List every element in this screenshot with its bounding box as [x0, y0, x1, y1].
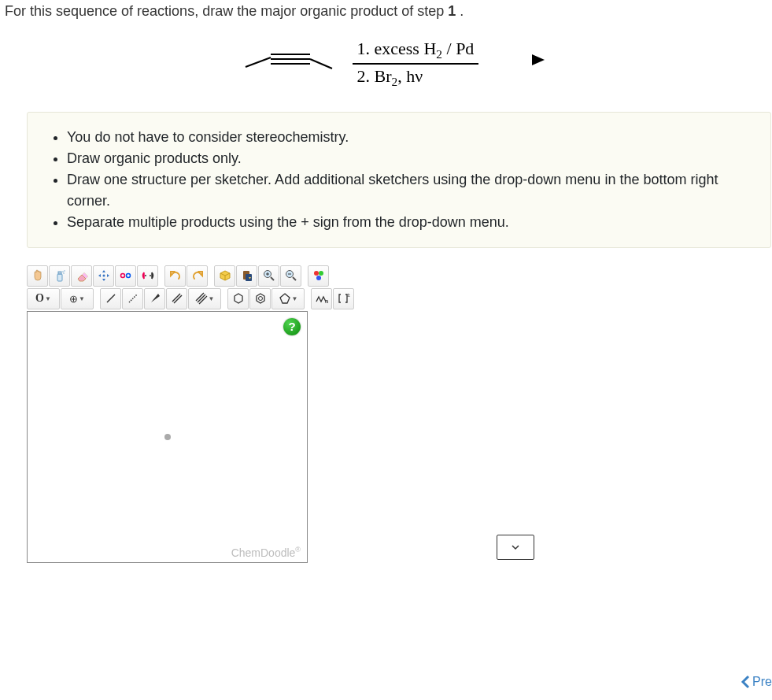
svg-marker-37	[151, 294, 160, 302]
single-bond-icon	[105, 292, 117, 305]
add-sketcher-dropdown[interactable]	[497, 535, 534, 560]
arrowhead-icon	[532, 54, 545, 65]
svg-point-15	[126, 274, 130, 278]
instructions-box: You do not have to consider stereochemis…	[27, 112, 771, 248]
zoom-out-button[interactable]	[280, 265, 301, 287]
pentagon-icon	[279, 292, 291, 305]
paste-button[interactable]	[236, 265, 257, 287]
hand-tool-button[interactable]	[27, 265, 48, 287]
help-icon: ?	[288, 320, 295, 333]
previous-link-label: Pre	[752, 675, 772, 689]
undo-button[interactable]	[164, 265, 186, 287]
instruction-item: You do not have to consider stereochemis…	[67, 127, 756, 148]
reagent-line-2: 2. Br2, hν	[353, 65, 428, 89]
dropdown-caret-icon: ▼	[79, 295, 85, 302]
single-bond-button[interactable]	[100, 288, 121, 309]
charge-button[interactable]: ⊕ ▼	[61, 288, 94, 309]
zoom-in-icon	[263, 269, 275, 282]
atom-label-button[interactable]: O ▼	[27, 288, 60, 309]
paste-icon	[241, 269, 253, 282]
triple-bond-button[interactable]: ▼	[188, 288, 221, 309]
svg-line-35	[107, 294, 115, 302]
reagent-arrow: 1. excess H2 / Pd 2. Br2, hν	[353, 39, 534, 90]
svg-rect-7	[58, 272, 61, 274]
svg-text:n: n	[325, 298, 328, 304]
rotate3d-icon	[119, 269, 133, 282]
svg-rect-6	[57, 274, 62, 281]
svg-marker-46	[280, 294, 290, 303]
redo-icon	[191, 269, 204, 282]
dropdown-caret-icon: ▼	[209, 295, 215, 302]
flip-button[interactable]	[137, 265, 158, 287]
svg-point-45	[258, 297, 262, 301]
cube-icon	[219, 269, 231, 282]
spray-icon	[54, 269, 66, 282]
svg-point-16	[145, 275, 146, 276]
svg-line-0	[246, 57, 271, 67]
chevron-left-icon	[740, 675, 751, 689]
bracket-icon: ±	[337, 292, 351, 305]
svg-point-13	[102, 275, 105, 277]
zoom-in-button[interactable]	[258, 265, 279, 287]
charge-label-text: ⊕	[69, 293, 78, 305]
bracket-tool-button[interactable]: ±	[333, 288, 354, 309]
chain-icon: n	[315, 292, 329, 305]
template-button[interactable]	[214, 265, 235, 287]
svg-line-30	[293, 277, 296, 280]
svg-rect-23	[246, 274, 252, 281]
move-icon	[98, 269, 110, 282]
alkyne-structure-icon	[239, 48, 334, 80]
svg-point-33	[319, 271, 323, 276]
svg-line-4	[310, 59, 332, 69]
svg-point-14	[120, 274, 124, 278]
question-text: For this sequence of reactions, draw the…	[0, 0, 772, 20]
eraser-tool-button[interactable]	[71, 265, 92, 287]
instruction-item: Draw organic products only.	[67, 148, 756, 169]
redo-button[interactable]	[187, 265, 208, 287]
svg-point-8	[62, 272, 63, 272]
chemdoodle-brand-label: ChemDoodle®	[231, 546, 301, 559]
zoom-out-icon	[285, 269, 297, 282]
svg-marker-43	[235, 294, 242, 303]
svg-point-17	[150, 275, 151, 276]
help-button[interactable]: ?	[283, 318, 301, 335]
ring-dropdown-button[interactable]: ▼	[271, 288, 305, 309]
wedge-bond-button[interactable]	[144, 288, 165, 309]
svg-point-34	[316, 276, 321, 280]
triple-bond-icon	[195, 292, 208, 305]
benzene-button[interactable]	[249, 288, 271, 309]
rotate-3d-button[interactable]	[115, 265, 136, 287]
benzene-icon	[254, 292, 267, 305]
cyclohexane-icon	[232, 292, 245, 305]
chevron-down-icon	[510, 542, 521, 553]
dotted-bond-icon	[127, 292, 139, 305]
flip-icon	[141, 269, 155, 282]
sketcher-area: O ▼ ⊕ ▼ ▼ ▼	[27, 265, 562, 563]
hand-icon	[31, 269, 44, 282]
draw-start-point[interactable]	[164, 434, 171, 440]
dotted-bond-button[interactable]	[122, 288, 143, 309]
svg-marker-44	[257, 294, 264, 303]
undo-icon	[169, 269, 182, 282]
toolbar-row-1	[27, 265, 562, 287]
svg-marker-5	[532, 54, 545, 65]
atom-label-text: O	[35, 292, 44, 305]
instruction-item: Separate multiple products using the + s…	[67, 212, 756, 233]
chain-tool-button[interactable]: n	[311, 288, 332, 309]
question-prefix: For this sequence of reactions, draw the…	[5, 3, 448, 19]
eraser-icon	[76, 269, 88, 282]
dropdown-caret-icon: ▼	[292, 295, 298, 302]
wedge-bond-icon	[149, 292, 161, 305]
color-picker-button[interactable]	[308, 265, 329, 287]
question-step-number: 1	[448, 3, 456, 19]
spray-tool-button[interactable]	[49, 265, 70, 287]
double-bond-button[interactable]	[166, 288, 187, 309]
question-suffix: .	[456, 3, 464, 19]
cyclohexane-button[interactable]	[227, 288, 249, 309]
move-tool-button[interactable]	[93, 265, 114, 287]
instruction-item: Draw one structure per sketcher. Add add…	[67, 169, 756, 212]
previous-link[interactable]: Pre	[740, 675, 772, 689]
dropdown-caret-icon: ▼	[45, 295, 51, 302]
svg-point-9	[63, 273, 64, 274]
sketcher-canvas[interactable]: ? ChemDoodle®	[27, 311, 308, 563]
